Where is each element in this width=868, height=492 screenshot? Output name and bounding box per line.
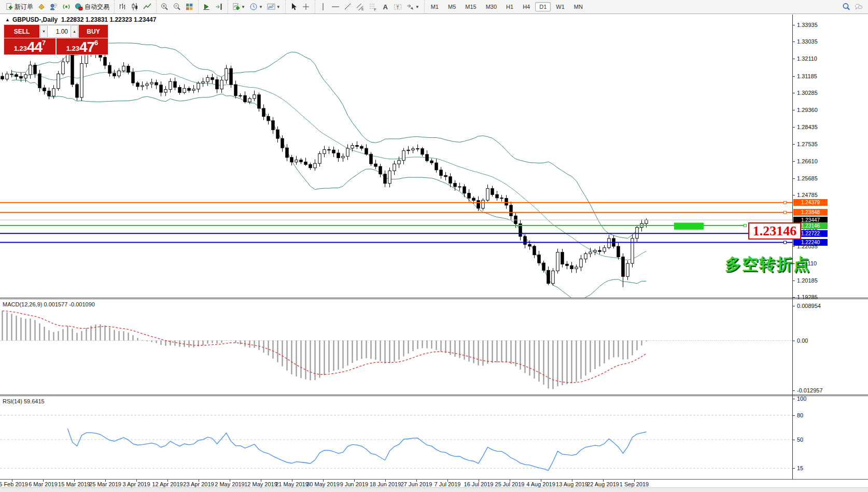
axis-tick bbox=[792, 41, 795, 42]
axis-tick-label: 1.19285 bbox=[797, 294, 818, 300]
text-label-button[interactable]: T bbox=[391, 1, 404, 13]
timeframe-m5[interactable]: M5 bbox=[444, 2, 460, 11]
new-order-button[interactable]: 新订单 bbox=[3, 1, 35, 13]
rsi-panel[interactable] bbox=[0, 396, 792, 481]
date-label: 3 Apr 2019 bbox=[122, 481, 150, 487]
sell-button[interactable]: SELL bbox=[4, 25, 39, 38]
timeframe-h1[interactable]: H1 bbox=[502, 2, 517, 11]
toolbar-button-label: 新订单 bbox=[15, 3, 33, 11]
date-label: 27 Jun 2019 bbox=[401, 481, 432, 487]
date-label: 22 Aug 2019 bbox=[587, 481, 619, 487]
horizontal-line-button[interactable] bbox=[329, 1, 342, 13]
periods-button[interactable]: ▼ bbox=[247, 1, 265, 13]
fibonacci-button[interactable]: F bbox=[367, 1, 379, 13]
signals-button[interactable] bbox=[60, 1, 73, 13]
autotrading-button[interactable]: 自动交易 bbox=[73, 1, 111, 13]
timeframe-d1[interactable]: D1 bbox=[535, 2, 551, 11]
line-chart-button[interactable] bbox=[141, 1, 153, 13]
fibo-icon: F bbox=[369, 3, 377, 11]
arrows-button[interactable]: ▼ bbox=[404, 1, 422, 13]
timeframe-h4[interactable]: H4 bbox=[519, 2, 534, 11]
timeframe-w1[interactable]: W1 bbox=[552, 2, 569, 11]
indicators-button[interactable]: ▼ bbox=[230, 1, 247, 13]
macd-panel[interactable] bbox=[0, 299, 792, 397]
rsi-svg[interactable] bbox=[0, 396, 792, 479]
cursor-icon bbox=[289, 3, 298, 11]
price-level-label: 1.22240 bbox=[793, 239, 828, 246]
search-button[interactable] bbox=[840, 1, 852, 13]
zoom-out-icon bbox=[173, 3, 181, 11]
bollinger-middle-band[interactable] bbox=[12, 71, 647, 260]
equidistant-channel-button[interactable]: E bbox=[354, 1, 367, 13]
timeframe-m1[interactable]: M1 bbox=[427, 2, 443, 11]
highlight-rectangle[interactable] bbox=[674, 223, 704, 230]
price-level-callout[interactable]: 1.23146 bbox=[748, 222, 801, 240]
candles[interactable] bbox=[1, 53, 648, 284]
search-icon bbox=[842, 3, 850, 11]
auto-scroll-button[interactable] bbox=[200, 1, 213, 13]
templates-button[interactable]: ▼ bbox=[265, 1, 283, 13]
chevron-down-icon[interactable]: ▼ bbox=[276, 5, 281, 9]
volume-input[interactable]: 1.00 bbox=[48, 25, 70, 38]
main-price-chart[interactable] bbox=[0, 15, 792, 300]
chevron-down-icon[interactable]: ▼ bbox=[415, 5, 419, 9]
chat-button[interactable] bbox=[852, 1, 865, 13]
axis-tick bbox=[792, 76, 795, 77]
level-handle[interactable] bbox=[744, 224, 747, 227]
volume-down-button[interactable]: ▼ bbox=[40, 25, 48, 38]
bar-chart-button[interactable] bbox=[116, 1, 129, 13]
price-chart-svg[interactable] bbox=[0, 15, 792, 298]
tile-windows-button[interactable] bbox=[183, 1, 195, 13]
candlestick-chart-button[interactable] bbox=[129, 1, 141, 13]
crosshair-button[interactable] bbox=[300, 1, 312, 13]
axis-tick-label: 1.26610 bbox=[797, 158, 818, 164]
timeframe-m15[interactable]: M15 bbox=[461, 2, 480, 11]
zoom-out-button[interactable] bbox=[171, 1, 183, 13]
date-label: 21 May 2019 bbox=[275, 481, 309, 487]
text-button[interactable]: A bbox=[379, 1, 391, 13]
quote-panel-collapse-icon[interactable]: ▲ bbox=[5, 17, 10, 22]
timeframe-m30[interactable]: M30 bbox=[482, 2, 501, 11]
axis-tick-label: 1.27535 bbox=[797, 141, 818, 147]
axis-tick bbox=[792, 440, 795, 440]
macd-indicator-label: MACD(12,26,9) 0.001577 -0.001090 bbox=[3, 301, 95, 307]
svg-text:E: E bbox=[361, 7, 364, 11]
cursor-button[interactable] bbox=[287, 1, 300, 13]
rsi-line bbox=[68, 429, 647, 471]
axis-tick bbox=[792, 246, 795, 247]
chevron-down-icon[interactable]: ▼ bbox=[241, 5, 245, 9]
candle-wicks bbox=[3, 47, 647, 287]
turning-point-annotation[interactable]: 多空转折点 bbox=[725, 254, 810, 275]
timeframe-mn[interactable]: MN bbox=[570, 2, 587, 11]
level-handle[interactable] bbox=[784, 211, 787, 214]
vertical-line-button[interactable] bbox=[317, 1, 329, 13]
axis-tick-label: 80 bbox=[797, 412, 803, 418]
mt4-window: 新订单自动交易▼▼▼EFAT▼M1M5M15M30H1H4D1W1MN 1.33… bbox=[0, 0, 868, 492]
zoom-in-button[interactable] bbox=[158, 1, 171, 13]
level-handle[interactable] bbox=[784, 201, 787, 204]
axis-tick bbox=[792, 306, 795, 306]
trendline-button[interactable] bbox=[342, 1, 354, 13]
macd-svg[interactable] bbox=[0, 299, 792, 395]
axis-tick-label: -0.012957 bbox=[797, 387, 823, 393]
sell-price-big: 44 bbox=[27, 40, 42, 54]
zoom-in-icon bbox=[160, 3, 169, 11]
candle-chart-icon bbox=[131, 3, 139, 11]
axis-tick bbox=[792, 399, 795, 399]
profiles-button[interactable] bbox=[35, 1, 48, 13]
chevron-down-icon[interactable]: ▼ bbox=[259, 5, 263, 9]
date-label: 30 May 2019 bbox=[306, 481, 340, 487]
volume-up-button[interactable]: ▲ bbox=[71, 25, 78, 38]
toolbar-group: 新订单自动交易 bbox=[1, 0, 113, 13]
axis-tick-label: 1.25685 bbox=[797, 175, 818, 181]
buy-price[interactable]: 1.23 47 6 bbox=[57, 38, 108, 54]
axis-tick bbox=[792, 341, 795, 341]
level-handle[interactable] bbox=[784, 241, 787, 244]
market-watch-button[interactable] bbox=[48, 1, 60, 13]
chart-shift-button[interactable] bbox=[213, 1, 225, 13]
sell-price[interactable]: 1.23 44 7 bbox=[4, 38, 55, 54]
buy-button[interactable]: BUY bbox=[79, 25, 108, 38]
sell-price-sup: 7 bbox=[42, 39, 46, 47]
bollinger-lower-band[interactable] bbox=[12, 80, 647, 298]
date-label: 15 Mar 2019 bbox=[58, 481, 90, 487]
